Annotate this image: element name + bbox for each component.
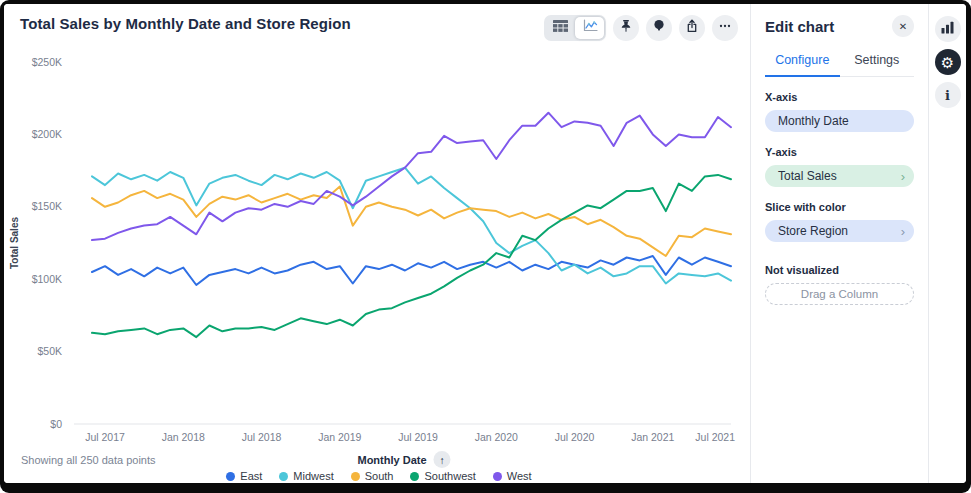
- svg-text:Jul 2019: Jul 2019: [398, 431, 438, 443]
- close-panel-button[interactable]: ✕: [892, 15, 914, 37]
- chevron-right-icon: ›: [901, 225, 905, 238]
- chart-type-rail-button[interactable]: [935, 16, 961, 42]
- ellipsis-icon: [718, 19, 732, 37]
- chart-section: Total Sales by Monthly Date and Store Re…: [4, 4, 750, 483]
- chart-footer: Showing all 250 data points Monthly Date…: [4, 451, 750, 469]
- y-axis-pill-value: Total Sales: [778, 169, 837, 183]
- export-icon: [685, 19, 699, 37]
- table-icon: [553, 19, 568, 37]
- legend-dot: [351, 472, 360, 481]
- svg-text:Jul 2020: Jul 2020: [555, 431, 595, 443]
- panel-header: Edit chart ✕: [765, 15, 914, 37]
- svg-text:Total Sales: Total Sales: [9, 217, 20, 269]
- app-window: Total Sales by Monthly Date and Store Re…: [0, 0, 971, 493]
- legend-label: South: [365, 470, 394, 482]
- right-icon-rail: ⚙ i: [928, 4, 966, 483]
- balloon-icon: [652, 19, 666, 37]
- panel-tabs: Configure Settings: [765, 46, 914, 77]
- data-point-count: Showing all 250 data points: [21, 454, 156, 466]
- svg-text:$200K: $200K: [32, 128, 62, 140]
- svg-text:Jul 2021: Jul 2021: [695, 431, 735, 443]
- svg-text:$50K: $50K: [37, 345, 62, 357]
- svg-text:Jan 2021: Jan 2021: [631, 431, 674, 443]
- info-icon: i: [945, 88, 950, 103]
- svg-text:$0: $0: [50, 418, 62, 430]
- bar-chart-icon: [941, 20, 954, 38]
- legend-item-east[interactable]: East: [226, 470, 262, 482]
- svg-text:Jan 2020: Jan 2020: [475, 431, 518, 443]
- legend-label: Southwest: [424, 470, 475, 482]
- series-line-southwest: [92, 175, 731, 337]
- x-axis-title: Monthly Date: [357, 454, 426, 466]
- view-toggle: [544, 15, 606, 41]
- export-button[interactable]: [679, 15, 705, 41]
- line-chart-icon: [582, 19, 598, 37]
- y-axis-field-label: Y-axis: [765, 146, 914, 158]
- chart-header: Total Sales by Monthly Date and Store Re…: [4, 4, 750, 48]
- chart-view-button[interactable]: [575, 17, 604, 39]
- svg-text:Jan 2018: Jan 2018: [162, 431, 205, 443]
- chart-plot[interactable]: $0$50K$100K$150K$200K$250KJul 2017Jan 20…: [4, 52, 750, 450]
- table-view-button[interactable]: [546, 17, 575, 39]
- x-axis-pill[interactable]: Monthly Date: [765, 110, 914, 132]
- slice-color-pill-value: Store Region: [778, 224, 848, 238]
- slice-color-pill[interactable]: Store Region ›: [765, 220, 914, 242]
- legend-dot: [493, 472, 502, 481]
- svg-text:$150K: $150K: [32, 200, 62, 212]
- svg-text:Jul 2018: Jul 2018: [242, 431, 282, 443]
- chart-legend: EastMidwestSouthSouthwestWest: [14, 470, 744, 482]
- panel-title: Edit chart: [765, 18, 834, 35]
- legend-label: East: [240, 470, 262, 482]
- legend-item-southwest[interactable]: Southwest: [410, 470, 475, 482]
- legend-dot: [410, 472, 419, 481]
- slice-color-field-label: Slice with color: [765, 201, 914, 213]
- x-axis-field-label: X-axis: [765, 91, 914, 103]
- tab-configure[interactable]: Configure: [765, 46, 840, 77]
- legend-item-midwest[interactable]: Midwest: [279, 470, 333, 482]
- series-line-east: [92, 256, 731, 285]
- chevron-right-icon: ›: [901, 170, 905, 183]
- page-title: Total Sales by Monthly Date and Store Re…: [20, 15, 351, 32]
- not-visualized-label: Not visualized: [765, 264, 914, 276]
- pin-icon: [619, 19, 633, 37]
- x-axis-title-group: Monthly Date ↑: [357, 451, 450, 468]
- y-axis-pill[interactable]: Total Sales ›: [765, 165, 914, 187]
- legend-item-west[interactable]: West: [493, 470, 532, 482]
- legend-label: West: [507, 470, 532, 482]
- series-line-south: [92, 187, 731, 257]
- close-icon: ✕: [899, 21, 907, 32]
- chart-toolbar: [544, 15, 738, 41]
- legend-item-south[interactable]: South: [351, 470, 394, 482]
- tab-settings[interactable]: Settings: [840, 46, 915, 77]
- x-axis-pill-value: Monthly Date: [778, 114, 849, 128]
- pin-button[interactable]: [613, 15, 639, 41]
- sort-ascending-icon[interactable]: ↑: [434, 451, 451, 468]
- legend-dot: [226, 472, 235, 481]
- gear-icon: ⚙: [941, 55, 954, 70]
- drag-column-dropzone[interactable]: Drag a Column: [765, 283, 914, 305]
- chart-editor-window: Total Sales by Monthly Date and Store Re…: [4, 4, 966, 483]
- svg-text:Jul 2017: Jul 2017: [85, 431, 125, 443]
- info-rail-button[interactable]: i: [935, 82, 961, 108]
- svg-text:Jan 2019: Jan 2019: [318, 431, 361, 443]
- legend-label: Midwest: [293, 470, 333, 482]
- edit-chart-rail-button[interactable]: ⚙: [935, 49, 961, 75]
- balloon-button[interactable]: [646, 15, 672, 41]
- legend-dot: [279, 472, 288, 481]
- more-options-button[interactable]: [712, 15, 738, 41]
- svg-text:$100K: $100K: [32, 273, 62, 285]
- edit-chart-panel: Edit chart ✕ Configure Settings X-axis M…: [750, 4, 928, 483]
- svg-text:$250K: $250K: [32, 56, 62, 68]
